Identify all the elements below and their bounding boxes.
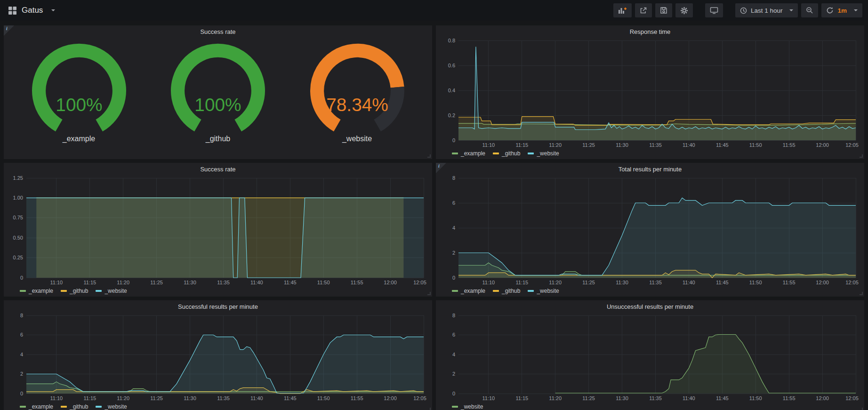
x-tick-label: 11:55 (783, 142, 796, 148)
legend-item-_github[interactable]: _github (61, 403, 88, 410)
legend-item-_github[interactable]: _github (61, 288, 88, 294)
settings-button[interactable] (675, 3, 693, 17)
x-tick-label: 11:20 (117, 280, 129, 285)
x-tick-label: 11:25 (582, 395, 595, 401)
panel-resize-handle[interactable] (427, 408, 431, 410)
chart-area: 00.20.40.60.811:1011:1511:2011:2511:3011… (441, 37, 860, 149)
y-tick-label: 0 (20, 391, 23, 396)
y-tick-label: 0.50 (13, 235, 23, 241)
chart-legend: _website (441, 402, 860, 410)
x-tick-label: 11:35 (649, 142, 662, 148)
x-tick-label: 11:50 (749, 142, 762, 148)
chart-svg: 0246811:1011:1511:2011:2511:3011:3511:40… (8, 312, 427, 402)
x-tick-label: 12:00 (816, 280, 829, 285)
x-tick-label: 11:35 (649, 280, 662, 285)
legend-label: _website (537, 150, 559, 157)
time-range-picker[interactable]: Last 1 hour (735, 3, 798, 17)
panel-success-rate-gauges: Success rate 100%_example100%_github78.3… (4, 25, 432, 159)
x-tick-label: 11:55 (783, 395, 796, 401)
panel-info-corner[interactable] (4, 25, 14, 36)
x-tick-label: 12:00 (384, 395, 397, 401)
panel-info-corner[interactable] (436, 163, 446, 173)
x-tick-label: 11:30 (184, 395, 196, 401)
panel-title[interactable]: Success rate (8, 165, 427, 174)
navbar-toolbar: Last 1 hour 1m (613, 3, 862, 17)
panel-title[interactable]: Response time (441, 27, 860, 37)
panel-title[interactable]: Success rate (8, 27, 427, 37)
navbar-left: Gatus (6, 4, 58, 17)
x-tick-label: 12:05 (845, 142, 859, 148)
legend-item-_example[interactable]: _example (20, 403, 53, 410)
info-icon[interactable]: i (438, 163, 440, 169)
share-icon (640, 7, 647, 14)
legend-item-_example[interactable]: _example (20, 288, 53, 294)
legend-item-_website[interactable]: _website (528, 150, 559, 157)
add-panel-button[interactable] (613, 3, 632, 17)
y-tick-label: 0.2 (448, 113, 455, 118)
refresh-picker[interactable]: 1m (821, 3, 862, 17)
legend-color-dash (452, 153, 458, 154)
panel-response-time: Response time 00.20.40.60.811:1011:1511:… (436, 25, 864, 159)
x-tick-label: 11:30 (616, 142, 628, 148)
gauge-arc: 78.34% (289, 40, 426, 133)
chart-area: 0246811:1011:1511:2011:2511:3011:3511:40… (8, 312, 427, 402)
legend-color-dash (61, 290, 67, 292)
save-button[interactable] (655, 3, 672, 17)
legend-item-_website[interactable]: _website (96, 403, 127, 410)
add-panel-bar-chart-plus-icon (618, 7, 627, 14)
y-tick-label: 0 (20, 275, 23, 281)
legend-color-dash (528, 290, 534, 292)
panel-resize-handle[interactable] (427, 292, 431, 295)
legend-item-_example[interactable]: _example (452, 150, 485, 157)
x-tick-label: 11:20 (549, 395, 562, 401)
info-icon[interactable]: i (6, 26, 8, 31)
tv-mode-button[interactable] (705, 3, 723, 17)
legend-label: _example (29, 403, 53, 410)
legend-color-dash (96, 290, 102, 292)
gauge-_example: 100%_example (10, 40, 148, 143)
legend-item-_github[interactable]: _github (493, 150, 520, 157)
navbar: Gatus (0, 0, 868, 21)
gauge-value: 100% (56, 95, 102, 115)
share-button[interactable] (635, 3, 652, 17)
zoom-out-button[interactable] (801, 3, 818, 17)
x-tick-label: 11:10 (482, 280, 495, 285)
chevron-down-icon (789, 9, 793, 11)
legend-item-_github[interactable]: _github (493, 288, 520, 294)
panel-resize-handle[interactable] (860, 408, 863, 410)
chart-svg: 0246811:1011:1511:2011:2511:3011:3511:40… (441, 312, 860, 402)
dashboard-grid: Success rate 100%_example100%_github78.3… (0, 21, 868, 410)
legend-color-dash (20, 406, 26, 408)
zoom-out-magnifier-icon (806, 7, 813, 14)
panel-title[interactable]: Successful results per minute (8, 302, 427, 312)
y-tick-label: 0 (452, 137, 455, 143)
refresh-icon (826, 7, 834, 14)
legend-color-dash (61, 406, 67, 408)
grid: 0246811:1011:1511:2011:2511:3011:3511:40… (452, 313, 859, 402)
x-tick-label: 11:15 (83, 395, 96, 401)
gauge-_github: 100%_github (149, 40, 287, 143)
panel-resize-handle[interactable] (860, 292, 863, 295)
x-tick-label: 11:15 (515, 395, 528, 401)
legend-item-_example[interactable]: _example (452, 288, 485, 294)
legend-item-_website[interactable]: _website (528, 288, 559, 294)
y-tick-label: 4 (20, 352, 23, 357)
y-tick-label: 4 (452, 225, 455, 231)
x-tick-label: 11:15 (515, 280, 528, 285)
y-tick-label: 6 (20, 332, 23, 338)
y-tick-label: 2 (452, 250, 455, 256)
dashboard-title-button[interactable]: Gatus (6, 4, 58, 17)
legend-item-_website[interactable]: _website (96, 288, 127, 294)
panel-resize-handle[interactable] (860, 154, 863, 158)
y-tick-label: 0.6 (448, 63, 455, 68)
legend-item-_website[interactable]: _website (452, 403, 483, 410)
panel-title[interactable]: Total results per minute (441, 165, 860, 174)
y-tick-label: 0.4 (448, 88, 455, 93)
y-tick-label: 4 (452, 352, 455, 357)
y-tick-label: 0.25 (13, 255, 23, 260)
panel-title[interactable]: Unsuccessful results per minute (441, 302, 860, 312)
y-tick-label: 6 (452, 332, 455, 338)
x-tick-label: 11:30 (184, 280, 196, 285)
gear-icon (680, 7, 688, 15)
panel-resize-handle[interactable] (427, 154, 431, 158)
